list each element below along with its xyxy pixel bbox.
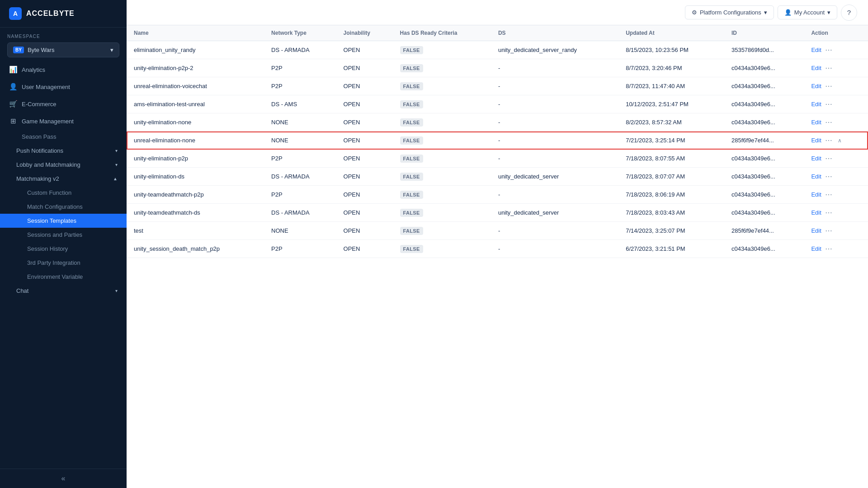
topbar: ⚙ Platform Configurations ▾ 👤 My Account… [127, 0, 868, 25]
more-options-button[interactable]: ⋯ [823, 172, 834, 181]
cell-ds-ready: FALSE [393, 131, 491, 150]
sidebar-item-env-variable[interactable]: Environment Variable [0, 270, 127, 284]
sidebar-item-ecommerce[interactable]: 🛒 E-Commerce [0, 95, 127, 113]
cell-action: Edit ⋯ ∧ [804, 131, 868, 150]
sidebar-item-session-templates[interactable]: Session Templates [0, 214, 127, 228]
table-row: unity_session_death_match_p2p P2P OPEN F… [127, 240, 868, 258]
cell-ds: unity_dedicated_server [491, 204, 618, 222]
cell-ds: unity_dedicated_server [491, 168, 618, 186]
edit-button[interactable]: Edit [811, 155, 821, 162]
edit-button[interactable]: Edit [811, 119, 821, 126]
cell-name: unity-elimination-p2p [127, 150, 264, 168]
edit-button[interactable]: Edit [811, 245, 821, 252]
more-options-button[interactable]: ⋯ [823, 136, 834, 145]
more-options-button[interactable]: ⋯ [823, 64, 834, 72]
cell-name: unity-elimination-ds [127, 168, 264, 186]
cell-ds: - [491, 186, 618, 204]
edit-button[interactable]: Edit [811, 173, 821, 180]
cell-action: Edit ⋯ [804, 95, 868, 113]
sidebar-item-push-notifications[interactable]: Push Notifications ▾ [0, 144, 127, 158]
table-row: unity-teamdeathmatch-p2p P2P OPEN FALSE … [127, 186, 868, 204]
sidebar-collapse-button[interactable]: « [0, 469, 127, 488]
lobby-matchmaking-label: Lobby and Matchmaking [16, 161, 80, 168]
more-options-button[interactable]: ⋯ [823, 208, 834, 217]
cell-name: unity-elimination-none [127, 113, 264, 131]
table-row: elimination_unity_randy DS - ARMADA OPEN… [127, 41, 868, 59]
cell-id: c0434a3049e6... [724, 240, 804, 258]
cell-id: 285f6f9e7ef44... [724, 222, 804, 240]
namespace-label: NAMESPACE [7, 34, 119, 39]
cell-network: NONE [264, 131, 336, 150]
cell-network: P2P [264, 240, 336, 258]
cell-name: unity_session_death_match_p2p [127, 240, 264, 258]
col-id: ID [724, 25, 804, 41]
sidebar-item-season-pass[interactable]: Season Pass [0, 130, 127, 144]
user-icon: 👤 [784, 9, 792, 16]
my-account-chevron: ▾ [827, 9, 830, 16]
namespace-section: NAMESPACE BY Byte Wars ▾ [0, 28, 127, 61]
matchmaking-v2-label: Matchmaking v2 [16, 175, 59, 182]
help-button[interactable]: ? [841, 5, 857, 21]
game-management-subnav: Season Pass Push Notifications ▾ Lobby a… [0, 130, 127, 298]
sidebar-item-matchmaking-v2[interactable]: Matchmaking v2 ▲ [0, 172, 127, 186]
table-row: unreal-elimination-voicechat P2P OPEN FA… [127, 77, 868, 95]
cell-joinability: OPEN [336, 168, 393, 186]
matchmaking-v2-chevron: ▲ [113, 176, 118, 181]
cell-ds-ready: FALSE [393, 168, 491, 186]
more-options-button[interactable]: ⋯ [823, 190, 834, 199]
sidebar-item-sessions-parties[interactable]: Sessions and Parties [0, 228, 127, 242]
more-options-button[interactable]: ⋯ [823, 244, 834, 253]
cell-action: Edit ⋯ [804, 150, 868, 168]
lobby-matchmaking-chevron: ▾ [115, 162, 118, 167]
more-options-button[interactable]: ⋯ [823, 46, 834, 54]
sidebar-item-custom-function[interactable]: Custom Function [0, 186, 127, 200]
cell-network: DS - ARMADA [264, 204, 336, 222]
col-ds-ready: Has DS Ready Criteria [393, 25, 491, 41]
ds-ready-badge: FALSE [400, 118, 423, 127]
edit-button[interactable]: Edit [811, 83, 821, 89]
cell-network: P2P [264, 77, 336, 95]
edit-button[interactable]: Edit [811, 209, 821, 216]
cell-updated: 7/18/2023, 8:07:07 AM [618, 168, 724, 186]
sidebar-item-user-management[interactable]: 👤 User Management [0, 78, 127, 95]
sessions-parties-label: Sessions and Parties [27, 231, 82, 238]
more-options-button[interactable]: ⋯ [823, 100, 834, 108]
edit-button[interactable]: Edit [811, 65, 821, 71]
more-options-button[interactable]: ⋯ [823, 154, 834, 163]
sidebar-item-match-configurations[interactable]: Match Configurations [0, 200, 127, 214]
logo-text: ACCELBYTE [26, 9, 75, 18]
ds-ready-badge: FALSE [400, 209, 423, 217]
ds-ready-badge: FALSE [400, 173, 423, 181]
more-options-button[interactable]: ⋯ [823, 82, 834, 90]
cell-id: c0434a3049e6... [724, 59, 804, 77]
cell-ds: - [491, 131, 618, 150]
more-options-button[interactable]: ⋯ [823, 226, 834, 235]
cell-action: Edit ⋯ [804, 240, 868, 258]
sidebar-item-session-history[interactable]: Session History [0, 242, 127, 256]
collapse-button[interactable]: ∧ [836, 137, 844, 144]
cell-ds-ready: FALSE [393, 204, 491, 222]
edit-button[interactable]: Edit [811, 101, 821, 108]
cell-network: P2P [264, 186, 336, 204]
edit-button[interactable]: Edit [811, 227, 821, 234]
ds-ready-badge: FALSE [400, 191, 423, 199]
chat-label: Chat [16, 287, 28, 294]
cell-updated: 7/18/2023, 8:03:43 AM [618, 204, 724, 222]
sidebar-item-lobby-matchmaking[interactable]: Lobby and Matchmaking ▾ [0, 158, 127, 172]
push-notifications-chevron: ▾ [115, 148, 118, 153]
more-options-button[interactable]: ⋯ [823, 118, 834, 127]
edit-button[interactable]: Edit [811, 47, 821, 53]
ds-ready-badge: FALSE [400, 155, 423, 163]
my-account-button[interactable]: 👤 My Account ▾ [778, 5, 837, 19]
edit-button[interactable]: Edit [811, 137, 821, 144]
cell-updated: 8/2/2023, 8:57:32 AM [618, 113, 724, 131]
platform-config-button[interactable]: ⚙ Platform Configurations ▾ [685, 5, 774, 19]
sidebar-item-game-management[interactable]: ⊞ Game Management [0, 113, 127, 130]
cell-name: unity-elimination-p2p-2 [127, 59, 264, 77]
sidebar-item-3rd-party[interactable]: 3rd Party Integration [0, 256, 127, 270]
sidebar-item-analytics[interactable]: 📊 Analytics [0, 61, 127, 78]
sidebar-item-chat[interactable]: Chat ▾ [0, 284, 127, 298]
edit-button[interactable]: Edit [811, 191, 821, 198]
cell-action: Edit ⋯ [804, 168, 868, 186]
namespace-selector[interactable]: BY Byte Wars ▾ [7, 42, 119, 57]
